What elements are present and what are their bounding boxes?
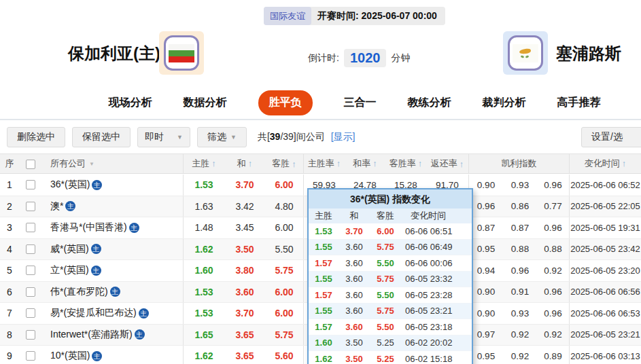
row-checkbox[interactable] <box>26 180 35 189</box>
company-name[interactable]: 香港马*(中国香港)主 <box>42 217 184 238</box>
tab-6[interactable]: 高手推荐 <box>557 96 601 110</box>
kelly-value: 0.90 <box>469 175 503 196</box>
filter-label: 筛选 <box>207 131 226 143</box>
popup-draw-odds: 3.50 <box>339 338 370 348</box>
kelly-value: 0.77 <box>537 196 570 217</box>
away-team-name: 塞浦路斯 <box>556 43 621 65</box>
kelly-value: 0.96 <box>537 303 570 324</box>
analysis-tabbar: 现场分析数据分析胜平负三合一教练分析裁判分析高手推荐 <box>0 87 641 120</box>
col-away-odds[interactable]: 客胜 <box>265 154 304 173</box>
kickoff-time: 开赛时间: 2025-06-07 00:00 <box>317 10 437 22</box>
popup-home-odds: 1.55 <box>309 306 339 316</box>
popup-home-odds: 1.62 <box>309 354 339 364</box>
row-checkbox[interactable] <box>26 223 35 232</box>
row-checkbox[interactable] <box>26 202 35 211</box>
popup-away-odds: 5.75 <box>370 306 401 316</box>
change-time: 2025-06-06 06:53 <box>570 303 641 324</box>
col-change-time[interactable]: 变化时间 <box>570 158 641 170</box>
row-checkbox-cell <box>19 196 42 217</box>
tab-0[interactable]: 现场分析 <box>109 96 152 110</box>
change-time: 2025-06-05 22:05 <box>570 196 641 217</box>
change-time: 2025-06-05 23:42 <box>570 239 641 260</box>
company-name[interactable]: 伟*(直布罗陀)主 <box>42 282 184 303</box>
countdown-unit: 分钟 <box>391 52 410 65</box>
row-checkbox[interactable] <box>26 330 35 340</box>
col-company[interactable]: 所有公司 <box>42 154 184 173</box>
company-name[interactable]: 36*(英国)主 <box>42 175 184 196</box>
company-label: 10*(英国) <box>50 350 90 362</box>
company-name[interactable]: 易*(安提瓜和巴布达)主 <box>42 303 184 324</box>
kelly-value: 0.92 <box>537 325 570 346</box>
popup-away-odds: 5.75 <box>370 274 401 284</box>
kelly-value: 0.96 <box>537 175 570 196</box>
company-name[interactable]: 澳*主 <box>42 196 184 217</box>
company-name[interactable]: Interwet*(塞浦路斯)主 <box>42 325 184 346</box>
company-name[interactable]: 立*(英国)主 <box>42 260 184 281</box>
popup-home-odds: 1.55 <box>309 274 339 284</box>
odds-page: 国际友谊 开赛时间: 2025-06-07 00:00 保加利亚(主) 倒计时:… <box>0 0 641 364</box>
change-time: 2025-06-06 06:52 <box>570 175 641 196</box>
countdown-value: 1020 <box>344 49 387 67</box>
row-checkbox[interactable] <box>26 351 35 361</box>
away-odds: 5.75 <box>265 325 304 346</box>
settings-button[interactable]: 设置/选 <box>581 127 641 147</box>
tab-3[interactable]: 三合一 <box>344 96 377 110</box>
home-badge-icon: 主 <box>92 351 102 361</box>
row-checkbox[interactable] <box>26 266 35 275</box>
show-link[interactable]: [显示] <box>331 131 356 142</box>
away-odds: 6.00 <box>265 282 304 303</box>
row-checkbox[interactable] <box>26 287 35 297</box>
summary-suffix: /39]间公司 <box>280 131 324 142</box>
tab-1[interactable]: 数据分析 <box>184 96 227 110</box>
company-label: 36*(英国) <box>50 179 90 191</box>
tab-4[interactable]: 教练分析 <box>408 96 451 110</box>
popup-row: 1.553.605.7506-05 23:21 <box>309 304 472 320</box>
popup-row: 1.603.505.2506-02 20:02 <box>309 335 472 352</box>
change-time: 2025-06-05 19:31 <box>570 217 641 238</box>
row-checkbox[interactable] <box>26 244 35 254</box>
popup-draw-odds: 3.70 <box>339 226 370 236</box>
col-draw-odds[interactable]: 和 <box>224 158 265 170</box>
delete-selected-button[interactable]: 删除选中 <box>7 127 65 147</box>
kelly-value: 0.92 <box>503 325 537 346</box>
col-draw-rate[interactable]: 和率 <box>345 158 385 170</box>
popup-home-odds: 1.53 <box>309 226 339 236</box>
away-team-flag <box>503 31 548 75</box>
chevron-down-icon: ▼ <box>230 134 237 141</box>
league-badge[interactable]: 国际友谊 <box>264 7 311 25</box>
popup-col-draw: 和 <box>339 210 370 222</box>
home-team-name: 保加利亚(主) <box>68 43 160 65</box>
away-odds: 4.80 <box>265 196 304 217</box>
keep-selected-button[interactable]: 保留选中 <box>72 127 131 147</box>
time-filter-select[interactable]: 即时 ▼ <box>137 127 190 147</box>
select-all-checkbox[interactable] <box>26 160 35 169</box>
company-name[interactable]: 威*(英国)主 <box>42 239 184 260</box>
col-home-odds[interactable]: 主胜 <box>184 158 224 170</box>
popup-change-time: 06-05 23:18 <box>401 322 472 332</box>
col-away-rate[interactable]: 客胜率 <box>385 158 426 170</box>
draw-odds: 3.50 <box>224 239 265 260</box>
popup-draw-odds: 3.50 <box>339 354 370 364</box>
kelly-value: 0.90 <box>469 303 503 324</box>
col-home-rate[interactable]: 主胜率 <box>304 158 345 170</box>
kelly-value: 0.92 <box>503 346 537 364</box>
odds-table-header: 序 所有公司 主胜 和 客胜 主胜率 和率 客胜率 返还率 凯利指数 变化时间 <box>0 153 641 174</box>
tab-5[interactable]: 裁判分析 <box>483 96 526 110</box>
tab-2-active[interactable]: 胜平负 <box>258 90 313 115</box>
col-return-rate[interactable]: 返还率 <box>426 154 469 173</box>
row-index: 1 <box>0 175 19 196</box>
countdown-label: 倒计时: <box>308 52 339 65</box>
company-label: 香港马*(中国香港) <box>50 221 127 234</box>
popup-row: 1.573.605.5006-06 00:06 <box>309 255 472 272</box>
company-name[interactable]: 10*(英国)主 <box>42 346 184 364</box>
odds-toolbar: 删除选中 保留选中 即时 ▼ 筛选 ▼ 共[39/39]间公司 [显示] <box>0 120 641 153</box>
filter-dropdown[interactable]: 筛选 ▼ <box>197 127 247 147</box>
kelly-value: 0.87 <box>503 217 537 238</box>
popup-change-time: 06-02 15:18 <box>401 354 472 364</box>
kelly-value: 0.95 <box>469 239 503 260</box>
row-index: 9 <box>0 346 19 364</box>
row-index: 8 <box>0 325 19 346</box>
row-checkbox[interactable] <box>26 308 35 318</box>
row-index: 6 <box>0 282 19 303</box>
home-odds: 1.60 <box>184 260 224 281</box>
